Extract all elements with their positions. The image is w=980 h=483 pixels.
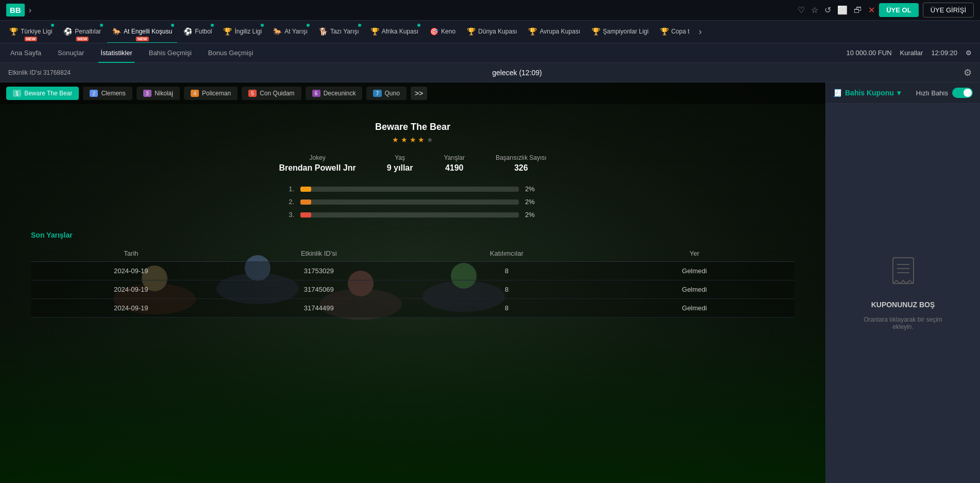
horse-tab-2[interactable]: 2 Clemens	[83, 87, 132, 100]
progress-row-1: 1. 2%	[284, 185, 542, 193]
subnav-sonuclar[interactable]: Sonuçlar	[56, 43, 86, 63]
prog-bar-fill-1	[300, 187, 311, 192]
expand-icon[interactable]: ⬜	[837, 5, 848, 15]
row3-yer: Gelmedi	[601, 304, 789, 312]
prog-bar-bg-2	[300, 199, 519, 205]
uyegirisi-button[interactable]: ÜYE GİRİŞİ	[923, 3, 974, 18]
horse-tab-7[interactable]: 7 Quno	[366, 87, 406, 100]
sport-penaltilar[interactable]: ⚽ Penaltılar NEW	[58, 21, 106, 43]
prog-bar-bg-1	[300, 187, 519, 192]
subnav-bahis-gecmisi[interactable]: Bahis Geçmişi	[147, 43, 194, 63]
rules-link[interactable]: Kurallar	[900, 49, 923, 57]
stats-grid: Jokey Brendan Powell Jnr Yaş 9 yıllar Ya…	[31, 154, 795, 173]
horse-num-1: 1	[13, 90, 21, 97]
horse-name-2: Clemens	[101, 90, 125, 97]
sport-at-engelli-kosusu[interactable]: 🐎 At Engelli Koşusu NEW	[107, 21, 177, 43]
horse-tab-3[interactable]: 3 Nikolaj	[137, 87, 180, 100]
new-badge: NEW	[136, 37, 149, 41]
yas-label: Yaş	[387, 154, 413, 161]
trophy-icon: 🏆	[467, 27, 476, 36]
football-icon: ⚽	[183, 27, 192, 36]
row1-id: 31753029	[225, 267, 413, 275]
sport-tazi-yarisi[interactable]: 🐕 Tazı Yarışı	[314, 21, 364, 43]
logo: BB	[6, 4, 25, 16]
horse-tab-1[interactable]: 1 Beware The Bear	[6, 87, 79, 100]
horse-name-3: Nikolaj	[155, 90, 173, 97]
horse-name-4: Policeman	[202, 90, 231, 97]
horse-tab-4[interactable]: 4 Policeman	[184, 87, 238, 100]
settings-icon[interactable]: ⚙	[966, 49, 972, 57]
right-panel-header: 🧾 Bahis Kuponu ▾ Hızlı Bahis	[826, 82, 980, 104]
uyeol-button[interactable]: ÜYE OL	[879, 3, 918, 17]
sport-at-yarisi[interactable]: 🐎 At Yarışı	[268, 21, 313, 43]
nav-right-arrow[interactable]: ›	[696, 26, 705, 37]
filter-icon[interactable]: ⚙	[964, 67, 972, 78]
hizli-bahis-area: Hızlı Bahis	[916, 88, 973, 98]
bahis-kuponu-button[interactable]: 🧾 Bahis Kuponu ▾	[833, 89, 901, 97]
stats-content: Beware The Bear ★ ★ ★ ★ ★ Jokey Brendan …	[0, 113, 825, 483]
sport-sampiyonlar-ligi[interactable]: 🏆 Şampiyonlar Ligi	[586, 21, 654, 43]
star-4: ★	[418, 136, 425, 144]
row2-id: 31745069	[225, 286, 413, 293]
prog-label-1: 1.	[284, 185, 294, 193]
keno-icon: 🎯	[430, 27, 438, 36]
live-dot	[100, 24, 103, 27]
subnav-istatistikler[interactable]: İstatistikler	[98, 43, 134, 63]
trophy-icon: 🏆	[528, 27, 537, 36]
sport-copa[interactable]: 🏆 Copa t	[655, 21, 695, 43]
heart-icon[interactable]: ♡	[798, 5, 805, 15]
horse-title: Beware The Bear	[31, 122, 795, 132]
horse-tabs: 1 Beware The Bear 2 Clemens 3 Nikolaj 4 …	[0, 82, 825, 104]
horse-name-5: Con Quidam	[260, 90, 294, 97]
row1-yer: Gelmedi	[601, 267, 789, 275]
new-badge: NEW	[76, 37, 89, 41]
table-row[interactable]: 2024-09-19 31753029 8 Gelmedi	[31, 262, 795, 280]
row1-tarih: 2024-09-19	[37, 267, 225, 275]
sport-futbol[interactable]: ⚽ Futbol	[178, 21, 217, 43]
yarislar-stat: Yarışlar 4190	[444, 154, 464, 173]
star-icon[interactable]: ☆	[811, 5, 818, 15]
window-icon[interactable]: 🗗	[854, 6, 862, 15]
hizli-bahis-toggle[interactable]	[952, 88, 973, 98]
horse-tab-6[interactable]: 6 Deceuninck	[306, 87, 363, 100]
sport-dunya-kupasi[interactable]: 🏆 Dünya Kupası	[462, 21, 522, 43]
trophy-icon: 🏆	[370, 27, 379, 36]
prog-label-2: 2.	[284, 198, 294, 206]
sport-ingiliz-ligi[interactable]: 🏆 İngiliz Ligi	[218, 21, 267, 43]
sport-label: Tazı Yarışı	[330, 28, 359, 35]
dropdown-arrow-icon: ▾	[897, 89, 901, 97]
col-etkinlik-id: Etkinlik ID'si	[225, 249, 413, 257]
sport-keno[interactable]: 🎯 Keno	[425, 21, 461, 43]
horse-icon: 🐎	[112, 27, 121, 36]
prog-bar-fill-2	[300, 199, 311, 205]
sport-label: Türkiye Ligi	[21, 28, 52, 35]
star-3: ★	[410, 136, 416, 144]
sport-afrika-kupasi[interactable]: 🏆 Afrika Kupası	[365, 21, 424, 43]
refresh-icon[interactable]: ↺	[824, 5, 831, 15]
horse-name-1: Beware The Bear	[24, 90, 72, 97]
table-row[interactable]: 2024-09-19 31744499 8 Gelmedi	[31, 299, 795, 318]
subnav-bonus-gecmisi[interactable]: Bonus Geçmişi	[206, 43, 255, 63]
horse-name-6: Deceuninck	[324, 90, 356, 97]
top-right-buttons: ♡ ☆ ↺ ⬜ 🗗 ✕ ÜYE OL ÜYE GİRİŞİ	[798, 3, 974, 18]
basarisizlik-value: 326	[496, 163, 547, 173]
subnav-anasayfa[interactable]: Ana Sayfa	[8, 43, 43, 63]
sport-label: Şampiyonlar Ligi	[603, 28, 649, 35]
time-display: 12:09:20	[931, 49, 957, 57]
progress-row-2: 2. 2%	[284, 198, 542, 206]
sport-turkiye-ligi[interactable]: 🏆 Türkiye Ligi NEW	[4, 21, 57, 43]
horse-tab-5[interactable]: 5 Con Quidam	[242, 87, 301, 100]
progress-row-3: 3. 2%	[284, 211, 542, 219]
row3-katilimcilar: 8	[413, 304, 601, 312]
hizli-bahis-label: Hızlı Bahis	[916, 89, 948, 97]
left-panel: 1 Beware The Bear 2 Clemens 3 Nikolaj 4 …	[0, 82, 825, 483]
event-id-label: Etkinlik ID'si 31768824	[8, 69, 71, 76]
star-1: ★	[392, 136, 399, 144]
close-icon[interactable]: ✕	[868, 5, 875, 15]
col-tarih: Tarih	[37, 249, 225, 257]
more-horses-button[interactable]: >>	[411, 87, 427, 100]
table-row[interactable]: 2024-09-19 31745069 8 Gelmedi	[31, 280, 795, 299]
sport-avrupa-kupasi[interactable]: 🏆 Avrupa Kupası	[523, 21, 585, 43]
star-rating: ★ ★ ★ ★ ★	[31, 136, 795, 144]
event-bar: Etkinlik ID'si 31768824 gelecek (12:09) …	[0, 63, 980, 82]
